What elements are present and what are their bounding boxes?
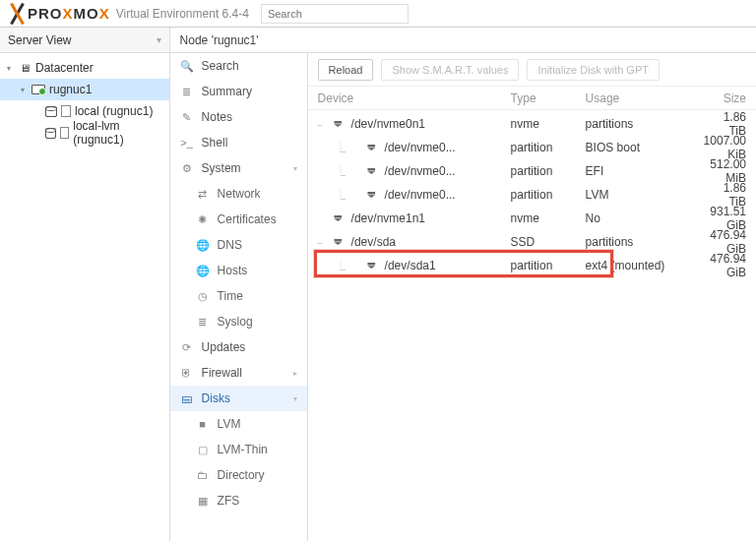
disk-row[interactable]: –/dev/nvme0n1nvmepartitions1.86 TiB	[308, 110, 756, 134]
search-input[interactable]	[261, 4, 409, 24]
nav-dns[interactable]: 🌐DNS	[170, 232, 307, 258]
grid-header: Device Type Usage Size	[308, 87, 756, 110]
chevron-down-icon: ▾	[293, 164, 297, 173]
disk-row[interactable]: ⎿/dev/nvme0...partitionBIOS boot1007.00 …	[308, 134, 756, 157]
disk-icon: 🖴	[180, 392, 194, 404]
network-icon: ⇄	[196, 188, 210, 201]
nav-network[interactable]: ⇄Network	[170, 181, 307, 207]
disk-row[interactable]: ⎿/dev/nvme0...partitionLVM1.86 TiB	[308, 181, 756, 205]
certificate-icon: ✺	[196, 213, 210, 226]
chevron-down-icon: ▾	[293, 394, 297, 403]
drive-icon	[332, 235, 346, 249]
search-icon: 🔍	[180, 60, 194, 73]
toolbar: Reload Show S.M.A.R.T. values Initialize…	[308, 53, 756, 87]
disks-grid: Device Type Usage Size –/dev/nvme0n1nvme…	[308, 87, 756, 541]
square-outline-icon: ▢	[196, 444, 210, 456]
globe-icon: 🌐	[196, 239, 210, 252]
breadcrumb: Node 'rugnuc1'	[170, 28, 756, 53]
square-icon: ■	[196, 418, 210, 430]
cell-usage: No	[586, 211, 704, 225]
highlight-annotation	[314, 250, 613, 277]
breadcrumb-text: Node 'rugnuc1'	[180, 33, 259, 47]
disk-row[interactable]: –/dev/sdaSSDpartitions476.94 GiB	[308, 228, 756, 252]
nav-search[interactable]: 🔍Search	[170, 53, 307, 79]
cell-usage: LVM	[586, 188, 704, 202]
nav-disks[interactable]: 🖴Disks▾	[170, 386, 307, 411]
view-selector[interactable]: Server View ▾	[0, 28, 169, 53]
logo-mark-icon	[6, 3, 28, 25]
nav-updates[interactable]: ⟳Updates	[170, 334, 307, 360]
caret-icon: ▾	[18, 86, 28, 94]
cell-usage: EFI	[586, 164, 704, 178]
doc-icon	[60, 127, 69, 139]
side-nav: 🔍Search ≣Summary ✎Notes >_Shell ⚙System▾…	[170, 53, 308, 541]
device-path: /dev/nvme1n1	[351, 211, 425, 225]
caret-icon: –	[318, 238, 326, 247]
nav-time[interactable]: ◷Time	[170, 283, 307, 309]
nav-notes[interactable]: ✎Notes	[170, 104, 307, 130]
nav-hosts[interactable]: 🌐Hosts	[170, 258, 307, 283]
folder-icon: 🗀	[196, 469, 210, 481]
smart-button[interactable]: Show S.M.A.R.T. values	[381, 59, 519, 81]
nav-lvm-thin[interactable]: ▢LVM-Thin	[170, 437, 307, 462]
nav-syslog[interactable]: ≣Syslog	[170, 309, 307, 334]
reload-button[interactable]: Reload	[318, 59, 374, 81]
cell-type: partition	[511, 164, 586, 178]
chevron-down-icon: ▾	[157, 34, 161, 45]
nav-summary[interactable]: ≣Summary	[170, 79, 307, 104]
nav-system[interactable]: ⚙System▾	[170, 155, 307, 181]
view-selector-label: Server View	[8, 33, 71, 47]
storage-icon	[45, 106, 57, 117]
nav-lvm[interactable]: ■LVM	[170, 411, 307, 437]
node-icon	[32, 85, 45, 94]
cell-usage: BIOS boot	[586, 141, 704, 154]
caret-icon: –	[318, 120, 326, 129]
left-column: Server View ▾ ▾ Datacenter ▾ rugnuc1 loc…	[0, 28, 170, 541]
cell-type: nvme	[511, 117, 586, 131]
col-usage[interactable]: Usage	[586, 91, 704, 105]
device-path: /dev/nvme0...	[385, 164, 456, 178]
cell-usage: partitions	[586, 235, 704, 249]
col-device[interactable]: Device	[318, 91, 511, 105]
nav-directory[interactable]: 🗀Directory	[170, 462, 307, 488]
col-type[interactable]: Type	[511, 91, 586, 105]
device-path: /dev/nvme0n1	[351, 117, 425, 131]
caret-icon: ▾	[4, 64, 14, 73]
tree-label: local (rugnuc1)	[75, 104, 153, 118]
drive-icon	[332, 117, 346, 131]
nav-zfs[interactable]: ▦ZFS	[170, 488, 307, 513]
clock-icon: ◷	[196, 290, 210, 303]
storage-icon	[45, 128, 56, 139]
logo: PROXMOX Virtual Environment 6.4-4	[6, 3, 249, 25]
top-bar: PROXMOX Virtual Environment 6.4-4	[0, 0, 756, 28]
init-gpt-button[interactable]: Initialize Disk with GPT	[527, 59, 659, 81]
cell-usage: partitions	[586, 117, 704, 131]
resource-tree: ▾ Datacenter ▾ rugnuc1 local (rugnuc1) l…	[0, 53, 169, 148]
shield-icon: ⛨	[180, 367, 194, 379]
tree-storage-local-lvm[interactable]: local-lvm (rugnuc1)	[0, 122, 169, 144]
nav-shell[interactable]: >_Shell	[170, 130, 307, 155]
datacenter-icon	[18, 61, 32, 75]
col-size[interactable]: Size	[704, 91, 746, 105]
tree-node-rugnuc1[interactable]: ▾ rugnuc1	[0, 79, 169, 100]
grid-icon: ▦	[196, 495, 210, 508]
drive-icon	[332, 211, 346, 225]
device-path: /dev/sda	[351, 235, 396, 249]
disk-row[interactable]: ⎿/dev/nvme0...partitionEFI512.00 MiB	[308, 157, 756, 181]
tree-label: local-lvm (rugnuc1)	[73, 119, 164, 147]
disk-row[interactable]: /dev/nvme1n1nvmeNo931.51 GiB	[308, 205, 756, 228]
cell-type: nvme	[511, 211, 586, 225]
list-icon: ≣	[196, 316, 210, 329]
nav-firewall[interactable]: ⛨Firewall▸	[170, 360, 307, 386]
global-search	[261, 4, 409, 24]
doc-icon	[61, 105, 71, 117]
cell-type: SSD	[511, 235, 586, 249]
tree-datacenter[interactable]: ▾ Datacenter	[0, 57, 169, 79]
logo-text: PROXMOX	[28, 5, 110, 22]
summary-icon: ≣	[180, 86, 194, 98]
device-path: /dev/nvme0...	[385, 141, 456, 154]
nav-certificates[interactable]: ✺Certificates	[170, 207, 307, 232]
cell-type: partition	[511, 188, 586, 202]
disks-panel: Reload Show S.M.A.R.T. values Initialize…	[308, 53, 756, 541]
cell-type: partition	[511, 141, 586, 154]
